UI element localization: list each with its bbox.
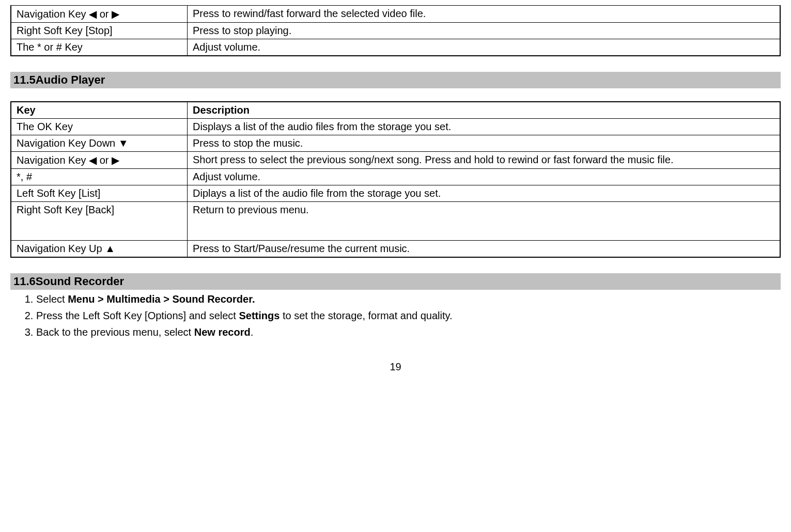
desc-cell: Press to Start/Pause/resume the current … — [188, 241, 781, 258]
desc-cell: Press to stop the music. — [188, 135, 781, 152]
key-cell: Navigation Key ◀ or ▶ — [11, 152, 188, 169]
table-row: The * or # Key Adjust volume. — [11, 39, 780, 56]
list-item: Press the Left Soft Key [Options] and se… — [36, 307, 781, 324]
list-item: Back to the previous menu, select New re… — [36, 324, 781, 340]
section-number: 11.6 — [13, 275, 36, 288]
section-heading-audio-player: 11.5Audio Player — [10, 72, 781, 88]
key-cell: Left Soft Key [List] — [11, 185, 188, 202]
table-row: Left Soft Key [List] Diplays a list of t… — [11, 185, 780, 202]
key-cell: *, # — [11, 169, 188, 185]
desc-cell: Press to rewind/fast forward the selecte… — [188, 6, 781, 23]
desc-cell: Displays a list of the audio files from … — [188, 119, 781, 135]
page-number: 19 — [10, 361, 781, 373]
step-bold: Settings — [239, 310, 280, 321]
video-player-keys-table: Navigation Key ◀ or ▶ Press to rewind/fa… — [10, 5, 781, 56]
step-bold: Menu > Multimedia > Sound Recorder. — [68, 293, 255, 305]
table-row: Navigation Key ◀ or ▶ Press to rewind/fa… — [11, 6, 780, 23]
step-text: Back to the previous menu, select — [36, 326, 194, 338]
section-title: Sound Recorder — [36, 275, 124, 288]
table-row: Navigation Key Down ▼ Press to stop the … — [11, 135, 780, 152]
key-cell: Navigation Key ◀ or ▶ — [11, 6, 188, 23]
section-title: Audio Player — [36, 73, 105, 86]
table-row: Right Soft Key [Back] Return to previous… — [11, 202, 780, 241]
table-row: Navigation Key Up ▲ Press to Start/Pause… — [11, 241, 780, 258]
header-key: Key — [11, 102, 188, 119]
desc-cell: Adjust volume. — [188, 169, 781, 185]
table-row: Right Soft Key [Stop] Press to stop play… — [11, 23, 780, 39]
section-number: 11.5 — [13, 73, 36, 87]
step-text: . — [251, 326, 254, 338]
step-text: Select — [36, 293, 68, 305]
table-row: Navigation Key ◀ or ▶ Short press to sel… — [11, 152, 780, 169]
key-cell: Navigation Key Up ▲ — [11, 241, 188, 258]
desc-cell: Adjust volume. — [188, 39, 781, 56]
table-header-row: Key Description — [11, 102, 780, 119]
list-item: Select Menu > Multimedia > Sound Recorde… — [36, 291, 781, 307]
table-row: The OK Key Displays a list of the audio … — [11, 119, 780, 135]
key-cell: Navigation Key Down ▼ — [11, 135, 188, 152]
key-cell: Right Soft Key [Back] — [11, 202, 188, 241]
step-bold: New record — [194, 326, 251, 338]
sound-recorder-steps: Select Menu > Multimedia > Sound Recorde… — [10, 291, 781, 340]
desc-cell: Return to previous menu. — [188, 202, 781, 241]
step-text: Press the Left Soft Key [Options] and se… — [36, 310, 239, 321]
key-cell: Right Soft Key [Stop] — [11, 23, 188, 39]
desc-cell: Short press to select the previous song/… — [188, 152, 781, 169]
desc-cell: Diplays a list of the audio file from th… — [188, 185, 781, 202]
header-desc: Description — [188, 102, 781, 119]
audio-player-keys-table: Key Description The OK Key Displays a li… — [10, 101, 781, 258]
step-text: to set the storage, format and quality. — [280, 310, 452, 321]
desc-cell: Press to stop playing. — [188, 23, 781, 39]
key-cell: The OK Key — [11, 119, 188, 135]
section-heading-sound-recorder: 11.6Sound Recorder — [10, 273, 781, 290]
table-row: *, # Adjust volume. — [11, 169, 780, 185]
key-cell: The * or # Key — [11, 39, 188, 56]
